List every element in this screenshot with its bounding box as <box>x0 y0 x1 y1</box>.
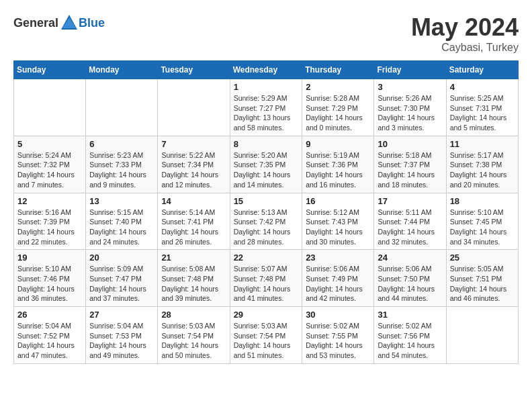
calendar-day-3: 3Sunrise: 5:26 AMSunset: 7:30 PMDaylight… <box>374 79 446 136</box>
weekday-header-thursday: Thursday <box>302 61 374 79</box>
calendar-day-4: 4Sunrise: 5:25 AMSunset: 7:31 PMDaylight… <box>446 79 518 136</box>
day-number: 2 <box>306 82 370 92</box>
day-info: Sunrise: 5:11 AMSunset: 7:44 PMDaylight:… <box>378 208 442 247</box>
day-info: Sunrise: 5:24 AMSunset: 7:32 PMDaylight:… <box>17 150 82 190</box>
day-number: 4 <box>450 82 515 92</box>
calendar-day-18: 18Sunrise: 5:10 AMSunset: 7:45 PMDayligh… <box>446 193 518 250</box>
day-info: Sunrise: 5:04 AMSunset: 7:53 PMDaylight:… <box>89 321 154 361</box>
day-number: 5 <box>17 139 82 149</box>
day-number: 16 <box>306 196 370 206</box>
day-number: 30 <box>306 310 370 320</box>
day-number: 6 <box>89 139 154 149</box>
day-info: Sunrise: 5:06 AMSunset: 7:49 PMDaylight:… <box>306 264 370 304</box>
day-number: 29 <box>234 310 299 320</box>
day-number: 25 <box>450 253 515 263</box>
day-info: Sunrise: 5:08 AMSunset: 7:48 PMDaylight:… <box>161 264 226 304</box>
calendar-day-1: 1Sunrise: 5:29 AMSunset: 7:27 PMDaylight… <box>230 79 302 136</box>
day-number: 10 <box>378 139 442 149</box>
calendar-day-12: 12Sunrise: 5:16 AMSunset: 7:39 PMDayligh… <box>14 193 86 250</box>
day-info: Sunrise: 5:04 AMSunset: 7:52 PMDaylight:… <box>17 321 82 361</box>
day-info: Sunrise: 5:07 AMSunset: 7:48 PMDaylight:… <box>234 264 299 304</box>
day-info: Sunrise: 5:23 AMSunset: 7:33 PMDaylight:… <box>89 150 154 190</box>
calendar-day-25: 25Sunrise: 5:05 AMSunset: 7:51 PMDayligh… <box>446 250 518 307</box>
calendar-day-5: 5Sunrise: 5:24 AMSunset: 7:32 PMDaylight… <box>14 136 86 193</box>
day-info: Sunrise: 5:13 AMSunset: 7:42 PMDaylight:… <box>234 208 299 247</box>
day-info: Sunrise: 5:19 AMSunset: 7:36 PMDaylight:… <box>306 150 370 190</box>
calendar-day-31: 31Sunrise: 5:02 AMSunset: 7:56 PMDayligh… <box>374 307 446 364</box>
day-info: Sunrise: 5:18 AMSunset: 7:37 PMDaylight:… <box>378 150 442 190</box>
day-number: 22 <box>234 253 299 263</box>
day-number: 21 <box>161 253 226 263</box>
day-number: 20 <box>89 253 154 263</box>
day-info: Sunrise: 5:02 AMSunset: 7:56 PMDaylight:… <box>378 321 442 361</box>
day-number: 11 <box>450 139 515 149</box>
day-info: Sunrise: 5:09 AMSunset: 7:47 PMDaylight:… <box>89 264 154 304</box>
day-number: 18 <box>450 196 515 206</box>
calendar-day-10: 10Sunrise: 5:18 AMSunset: 7:37 PMDayligh… <box>374 136 446 193</box>
calendar-day-21: 21Sunrise: 5:08 AMSunset: 7:48 PMDayligh… <box>158 250 230 307</box>
day-info: Sunrise: 5:06 AMSunset: 7:50 PMDaylight:… <box>378 264 442 304</box>
calendar-day-15: 15Sunrise: 5:13 AMSunset: 7:42 PMDayligh… <box>230 193 302 250</box>
day-number: 14 <box>161 196 226 206</box>
day-info: Sunrise: 5:10 AMSunset: 7:46 PMDaylight:… <box>17 264 82 304</box>
calendar-day-11: 11Sunrise: 5:17 AMSunset: 7:38 PMDayligh… <box>446 136 518 193</box>
weekday-header-friday: Friday <box>374 61 446 79</box>
day-info: Sunrise: 5:12 AMSunset: 7:43 PMDaylight:… <box>306 208 370 247</box>
calendar-day-13: 13Sunrise: 5:15 AMSunset: 7:40 PMDayligh… <box>86 193 158 250</box>
title-block: May 2024 Caybasi, Turkey <box>411 13 519 54</box>
logo-icon <box>60 13 79 32</box>
svg-marker-1 <box>62 17 76 28</box>
day-info: Sunrise: 5:14 AMSunset: 7:41 PMDaylight:… <box>161 208 226 247</box>
calendar-day-8: 8Sunrise: 5:20 AMSunset: 7:35 PMDaylight… <box>230 136 302 193</box>
calendar-week-row: 26Sunrise: 5:04 AMSunset: 7:52 PMDayligh… <box>14 307 519 364</box>
day-number: 28 <box>161 310 226 320</box>
calendar-week-row: 12Sunrise: 5:16 AMSunset: 7:39 PMDayligh… <box>14 193 519 250</box>
logo-blue-text: Blue <box>79 16 105 30</box>
calendar-empty-cell <box>446 307 518 364</box>
day-info: Sunrise: 5:03 AMSunset: 7:54 PMDaylight:… <box>234 321 299 361</box>
calendar-table: SundayMondayTuesdayWednesdayThursdayFrid… <box>13 60 519 364</box>
calendar-empty-cell <box>158 79 230 136</box>
day-number: 3 <box>378 82 442 92</box>
day-info: Sunrise: 5:05 AMSunset: 7:51 PMDaylight:… <box>450 264 515 304</box>
weekday-header-saturday: Saturday <box>446 61 518 79</box>
calendar-empty-cell <box>86 79 158 136</box>
calendar-day-26: 26Sunrise: 5:04 AMSunset: 7:52 PMDayligh… <box>14 307 86 364</box>
calendar-day-28: 28Sunrise: 5:03 AMSunset: 7:54 PMDayligh… <box>158 307 230 364</box>
day-number: 9 <box>306 139 370 149</box>
day-number: 15 <box>234 196 299 206</box>
day-info: Sunrise: 5:28 AMSunset: 7:29 PMDaylight:… <box>306 93 370 133</box>
calendar-day-19: 19Sunrise: 5:10 AMSunset: 7:46 PMDayligh… <box>14 250 86 307</box>
calendar-day-20: 20Sunrise: 5:09 AMSunset: 7:47 PMDayligh… <box>86 250 158 307</box>
day-number: 27 <box>89 310 154 320</box>
calendar-day-17: 17Sunrise: 5:11 AMSunset: 7:44 PMDayligh… <box>374 193 446 250</box>
calendar-day-2: 2Sunrise: 5:28 AMSunset: 7:29 PMDaylight… <box>302 79 374 136</box>
calendar-day-27: 27Sunrise: 5:04 AMSunset: 7:53 PMDayligh… <box>86 307 158 364</box>
day-number: 19 <box>17 253 82 263</box>
day-info: Sunrise: 5:15 AMSunset: 7:40 PMDaylight:… <box>89 208 154 247</box>
day-info: Sunrise: 5:10 AMSunset: 7:45 PMDaylight:… <box>450 208 515 247</box>
day-info: Sunrise: 5:17 AMSunset: 7:38 PMDaylight:… <box>450 150 515 190</box>
calendar-week-row: 1Sunrise: 5:29 AMSunset: 7:27 PMDaylight… <box>14 79 519 136</box>
calendar-day-9: 9Sunrise: 5:19 AMSunset: 7:36 PMDaylight… <box>302 136 374 193</box>
weekday-header-row: SundayMondayTuesdayWednesdayThursdayFrid… <box>14 61 519 79</box>
weekday-header-wednesday: Wednesday <box>230 61 302 79</box>
calendar-day-23: 23Sunrise: 5:06 AMSunset: 7:49 PMDayligh… <box>302 250 374 307</box>
day-number: 23 <box>306 253 370 263</box>
logo: General Blue <box>13 13 105 32</box>
day-info: Sunrise: 5:22 AMSunset: 7:34 PMDaylight:… <box>161 150 226 190</box>
day-number: 26 <box>17 310 82 320</box>
location-title: Caybasi, Turkey <box>411 42 519 54</box>
calendar-day-7: 7Sunrise: 5:22 AMSunset: 7:34 PMDaylight… <box>158 136 230 193</box>
day-number: 24 <box>378 253 442 263</box>
weekday-header-monday: Monday <box>86 61 158 79</box>
day-number: 17 <box>378 196 442 206</box>
weekday-header-sunday: Sunday <box>14 61 86 79</box>
calendar-empty-cell <box>14 79 86 136</box>
calendar-day-14: 14Sunrise: 5:14 AMSunset: 7:41 PMDayligh… <box>158 193 230 250</box>
day-number: 8 <box>234 139 299 149</box>
logo-general-text: General <box>13 16 58 30</box>
day-info: Sunrise: 5:20 AMSunset: 7:35 PMDaylight:… <box>234 150 299 190</box>
page-header: General Blue May 2024 Caybasi, Turkey <box>13 13 519 54</box>
calendar-day-6: 6Sunrise: 5:23 AMSunset: 7:33 PMDaylight… <box>86 136 158 193</box>
